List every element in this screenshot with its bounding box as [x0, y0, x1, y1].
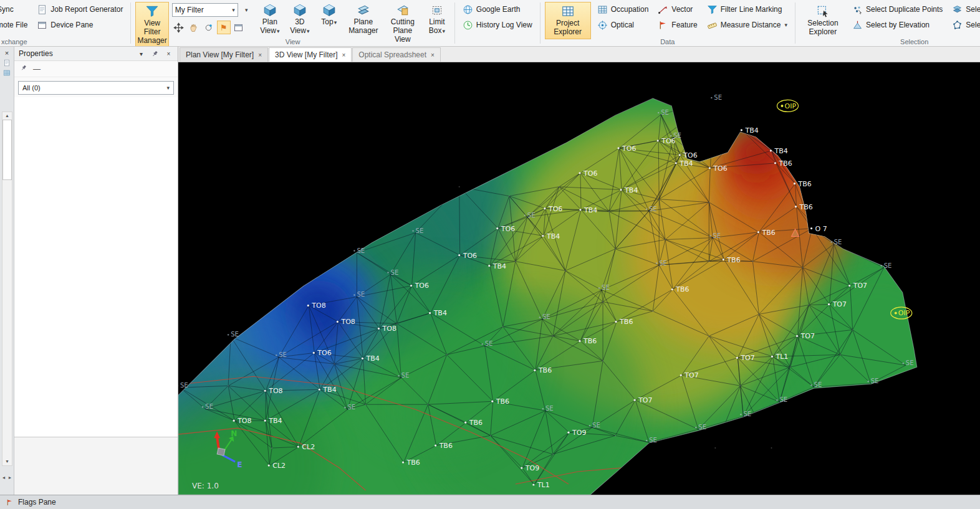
ribbon-group-earth: Google Earth History Log View	[455, 0, 540, 46]
svg-text:TB4: TB4	[679, 159, 693, 168]
device-pane-icon	[37, 20, 47, 31]
filter-line-marking-button[interactable]: Filter Line Marking	[704, 2, 790, 17]
pin-icon[interactable]	[150, 49, 160, 59]
optical-button[interactable]: Optical	[594, 17, 652, 32]
flag-icon: ⚑	[220, 24, 228, 32]
pin-small-icon[interactable]	[20, 64, 27, 74]
tab-3d-view[interactable]: 3D View [My Filter] ×	[269, 47, 352, 62]
orbit-tool-button[interactable]	[202, 21, 216, 34]
properties-filter-select[interactable]: All (0) ▾	[18, 81, 174, 95]
3d-view-label: 3D View	[290, 17, 306, 35]
select-by-elevation-button[interactable]: Select by Elevation	[849, 17, 946, 32]
report-document-icon	[37, 4, 47, 15]
properties-header: Properties ▾ ×	[14, 47, 178, 61]
svg-text:TB6: TB6	[538, 366, 552, 374]
svg-text:SE: SE	[871, 378, 879, 384]
flags-pane-label[interactable]: Flags Pane	[18, 498, 56, 507]
close-icon[interactable]: ×	[164, 49, 173, 59]
vector-icon	[658, 4, 668, 15]
svg-text:TB4: TB4	[492, 262, 506, 270]
svg-text:SE: SE	[834, 239, 842, 245]
plan-view-button[interactable]: Plan View▾	[256, 2, 284, 37]
scroll-left-icon[interactable]: ◄	[2, 475, 6, 480]
move-tool-button[interactable]	[172, 21, 186, 34]
device-pane-button[interactable]: Device Pane	[34, 17, 126, 32]
svg-text:SE: SE	[649, 437, 657, 444]
plane-manager-button[interactable]: Plane Manager	[345, 2, 382, 37]
google-earth-button[interactable]: Google Earth	[459, 2, 536, 17]
scroll-down-icon[interactable]: ▼	[5, 458, 9, 465]
svg-text:TO6: TO6	[683, 151, 697, 159]
ribbon-group-view: View Filter Manager My Filter ▾ ▾ ⚑	[131, 0, 454, 46]
svg-text:TO7: TO7	[638, 396, 652, 404]
history-log-view-button[interactable]: History Log View	[459, 17, 536, 32]
flag-tool-button[interactable]: ⚑	[217, 21, 231, 34]
close-icon[interactable]: ×	[5, 49, 9, 57]
3d-view-button[interactable]: 3D View▾	[287, 2, 313, 37]
sync-button[interactable]: Sync	[0, 2, 31, 17]
chevron-down-icon: ▾	[166, 85, 170, 91]
chevron-down-icon: ▾	[245, 7, 248, 13]
sync-label: Sync	[0, 5, 14, 14]
measure-distance-button[interactable]: Measure Distance▾	[704, 17, 790, 32]
svg-text:TB4: TB4	[268, 417, 282, 425]
group-label-exchange: xchange	[0, 38, 130, 45]
view-tab-bar: Plan View [My Filter] × 3D View [My Filt…	[178, 47, 980, 62]
svg-text:TO6: TO6	[548, 205, 562, 213]
optical-icon	[597, 20, 608, 31]
select-by-layer-button[interactable]: Select by Layer	[949, 2, 980, 17]
svg-text:OIP: OIP	[898, 309, 910, 317]
frame-tool-button[interactable]	[232, 21, 246, 34]
svg-text:TO6: TO6	[661, 137, 675, 145]
pan-tool-button[interactable]	[187, 21, 201, 34]
vertical-scrollbar[interactable]: ▲ ▼	[2, 112, 12, 466]
history-log-view-label: History Log View	[476, 21, 532, 29]
dash-icon[interactable]: —	[33, 65, 41, 74]
3d-viewport[interactable]: SESESESESESESESESESESESESESESESESESESESE…	[178, 62, 980, 495]
project-explorer-button[interactable]: Project Explorer	[545, 2, 591, 39]
planes-icon	[357, 3, 370, 17]
select-duplicate-points-button[interactable]: Select Duplicate Points	[849, 2, 946, 17]
top-view-button[interactable]: Top▾	[316, 2, 342, 28]
occupation-label: Occupation	[611, 5, 649, 14]
polygon-icon	[952, 20, 963, 31]
selection-explorer-button[interactable]: Selection Explorer	[800, 2, 846, 39]
svg-text:TB4: TB4	[365, 354, 379, 363]
close-icon[interactable]: ×	[258, 52, 262, 59]
svg-text:SE: SE	[527, 212, 536, 219]
svg-text:TO7: TO7	[740, 354, 754, 362]
scrollbar-track[interactable]	[2, 120, 12, 458]
svg-text:VE: 1.0: VE: 1.0	[192, 482, 219, 490]
plane-manager-label: Plane Manager	[347, 18, 380, 36]
scroll-up-icon[interactable]: ▲	[5, 112, 9, 120]
close-icon[interactable]: ×	[342, 52, 345, 59]
feature-button[interactable]: Feature	[655, 17, 700, 32]
tab-optical-spreadsheet[interactable]: Optical Spreadsheet ×	[352, 47, 441, 62]
select-by-polygon-button[interactable]: Select by Polygon	[949, 17, 980, 32]
limit-box-button[interactable]: Limit Box▾	[424, 2, 450, 37]
group-label-data: Data	[540, 38, 795, 45]
project-explorer-label: Project Explorer	[547, 19, 589, 37]
docked-grid-icon[interactable]	[3, 69, 11, 77]
scrollbar-thumb[interactable]	[2, 120, 12, 180]
close-icon[interactable]: ×	[431, 52, 435, 59]
svg-text:TB6: TB6	[726, 256, 740, 264]
vector-button[interactable]: Vector	[655, 2, 700, 17]
project-explorer-icon	[561, 4, 575, 18]
job-report-generator-button[interactable]: Job Report Generator	[34, 2, 126, 17]
docked-panel-icon[interactable]	[3, 59, 11, 67]
svg-text:TO6: TO6	[463, 252, 477, 260]
tab-plan-view[interactable]: Plan View [My Filter] ×	[180, 47, 268, 62]
occupation-button[interactable]: Occupation	[594, 2, 652, 17]
svg-text:TO7: TO7	[853, 282, 867, 290]
filter-select[interactable]: My Filter ▾	[172, 3, 238, 17]
svg-text:TB4: TB4	[774, 147, 787, 155]
filter-options-button[interactable]: ▾	[239, 3, 253, 17]
remote-file-button[interactable]: mote File	[0, 17, 31, 32]
cutting-plane-icon	[396, 3, 410, 17]
ruler-icon	[707, 20, 718, 31]
svg-text:SE: SE	[649, 206, 657, 212]
scroll-right-icon[interactable]: ►	[8, 475, 12, 480]
chevron-down-icon[interactable]: ▾	[137, 49, 146, 59]
content-area: × ▲ ▼ ◄ ► Properties ▾ × —	[0, 47, 980, 495]
